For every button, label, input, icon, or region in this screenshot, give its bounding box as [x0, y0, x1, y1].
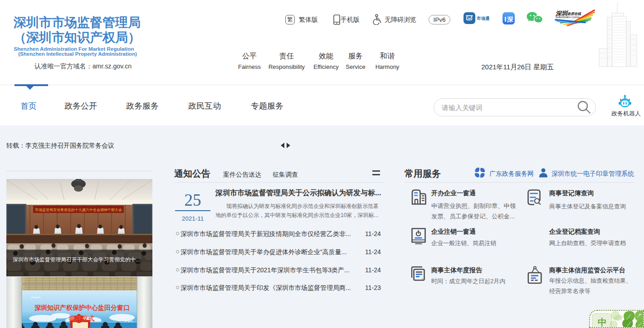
svg-text:SHENZHEN CHINA: SHENZHEN CHINA [556, 16, 580, 19]
svg-text:深: 深 [507, 16, 513, 23]
svg-text:市场监管局宣传贯彻党的十九届六中全会精神干部大会: 市场监管局宣传贯彻党的十九届六中全会精神干部大会 [35, 208, 122, 212]
svg-text:政府在线: 政府在线 [567, 12, 581, 16]
